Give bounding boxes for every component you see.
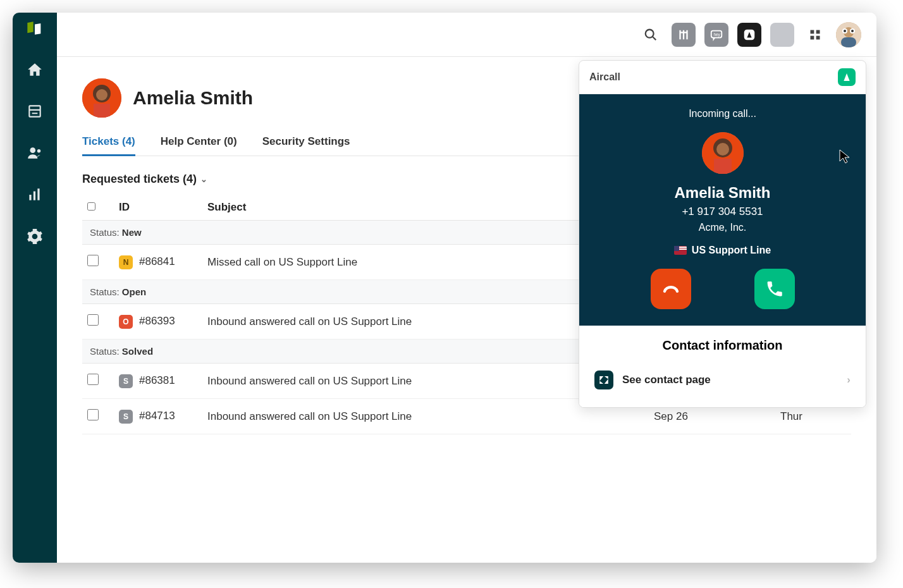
- profile-avatar: [82, 78, 121, 118]
- svg-point-25: [851, 30, 854, 32]
- aircall-panel: Aircall Incoming call... Amelia Smith +1…: [579, 60, 866, 408]
- top-bar: hey: [57, 13, 876, 57]
- ticket-id: #86393: [139, 315, 175, 327]
- row-checkbox[interactable]: [87, 314, 99, 326]
- svg-rect-18: [816, 35, 820, 39]
- svg-point-32: [716, 143, 729, 156]
- status-value: Solved: [122, 346, 153, 357]
- contact-link-text: See contact page: [622, 374, 711, 386]
- svg-rect-29: [94, 104, 110, 118]
- user-avatar[interactable]: [836, 22, 861, 47]
- caller-company: Acme, Inc.: [586, 222, 859, 233]
- app-icon-1[interactable]: [672, 23, 696, 47]
- contact-info-heading: Contact information: [592, 338, 853, 353]
- svg-point-24: [844, 30, 846, 32]
- svg-point-6: [37, 149, 40, 152]
- status-label: Status:: [90, 286, 122, 297]
- caller-name: Amelia Smith: [586, 184, 859, 202]
- status-label: Status:: [90, 346, 122, 357]
- status-badge: S: [119, 410, 133, 424]
- brand-logo: [26, 21, 44, 39]
- call-line-text: US Support Line: [692, 245, 771, 256]
- accept-call-button[interactable]: [754, 269, 795, 309]
- status-badge: O: [119, 315, 133, 329]
- main-column: hey Amelia Smith Tickets (4): [57, 13, 876, 563]
- aircall-title: Aircall: [589, 71, 620, 83]
- svg-rect-9: [37, 188, 39, 200]
- svg-rect-7: [29, 195, 31, 200]
- aircall-header: Aircall: [579, 61, 866, 94]
- chevron-down-icon: ⌄: [200, 175, 207, 184]
- nav-customers-button[interactable]: [23, 142, 46, 164]
- row-checkbox[interactable]: [87, 374, 99, 385]
- decline-call-button[interactable]: [651, 269, 691, 309]
- svg-rect-17: [811, 35, 814, 39]
- svg-text:hey: hey: [713, 32, 720, 37]
- caller-avatar: [702, 132, 744, 174]
- status-badge: N: [119, 255, 133, 269]
- svg-rect-1: [35, 23, 40, 35]
- profile-name: Amelia Smith: [133, 87, 253, 109]
- caller-phone: +1 917 304 5531: [586, 205, 859, 218]
- select-all-checkbox[interactable]: [87, 202, 95, 211]
- zendesk-badge-icon: [594, 371, 613, 389]
- status-value: Open: [122, 286, 146, 297]
- search-button[interactable]: [639, 23, 663, 47]
- see-contact-page-link[interactable]: See contact page ›: [592, 365, 853, 395]
- ticket-id: #86381: [139, 374, 175, 386]
- apps-grid-button[interactable]: [803, 23, 827, 47]
- svg-rect-33: [714, 159, 732, 174]
- status-value: New: [122, 227, 142, 238]
- aircall-logo-icon: [838, 68, 856, 86]
- app-icon-chat[interactable]: hey: [704, 23, 728, 47]
- chevron-right-icon: ›: [847, 374, 851, 386]
- call-actions: [586, 269, 859, 309]
- svg-point-10: [646, 29, 654, 37]
- svg-rect-16: [816, 30, 820, 34]
- svg-point-5: [30, 147, 35, 153]
- call-line: US Support Line: [586, 245, 859, 256]
- us-flag-icon: [674, 246, 687, 255]
- svg-rect-15: [811, 30, 814, 34]
- ticket-id: #86841: [139, 255, 175, 267]
- row-checkbox[interactable]: [87, 409, 99, 420]
- row-checkbox[interactable]: [87, 255, 99, 266]
- tab-security-settings[interactable]: Security Settings: [262, 135, 350, 156]
- app-icon-placeholder[interactable]: [770, 23, 794, 47]
- status-label: Status:: [90, 227, 122, 238]
- svg-rect-21: [841, 37, 856, 47]
- svg-rect-0: [27, 21, 33, 33]
- svg-rect-8: [34, 192, 35, 200]
- nav-home-button[interactable]: [23, 58, 46, 81]
- tab-help-center[interactable]: Help Center (0): [161, 135, 237, 156]
- status-badge: S: [119, 374, 133, 388]
- col-header-id[interactable]: ID: [114, 195, 202, 221]
- svg-line-11: [653, 37, 656, 40]
- left-nav-rail: [13, 13, 57, 563]
- nav-reports-button[interactable]: [23, 183, 46, 206]
- svg-rect-2: [29, 106, 40, 116]
- app-root: hey Amelia Smith Tickets (4): [13, 13, 876, 563]
- app-icon-aircall[interactable]: [737, 23, 761, 47]
- call-body: Incoming call... Amelia Smith +1 917 304…: [579, 94, 866, 326]
- nav-views-button[interactable]: [23, 100, 46, 123]
- svg-point-28: [96, 89, 108, 101]
- tab-tickets[interactable]: Tickets (4): [82, 135, 135, 156]
- section-title-text: Requested tickets (4): [82, 173, 197, 186]
- contact-info-section: Contact information See contact page ›: [579, 326, 866, 407]
- nav-settings-button[interactable]: [23, 225, 46, 248]
- ticket-id: #84713: [139, 410, 175, 422]
- call-status: Incoming call...: [586, 108, 859, 119]
